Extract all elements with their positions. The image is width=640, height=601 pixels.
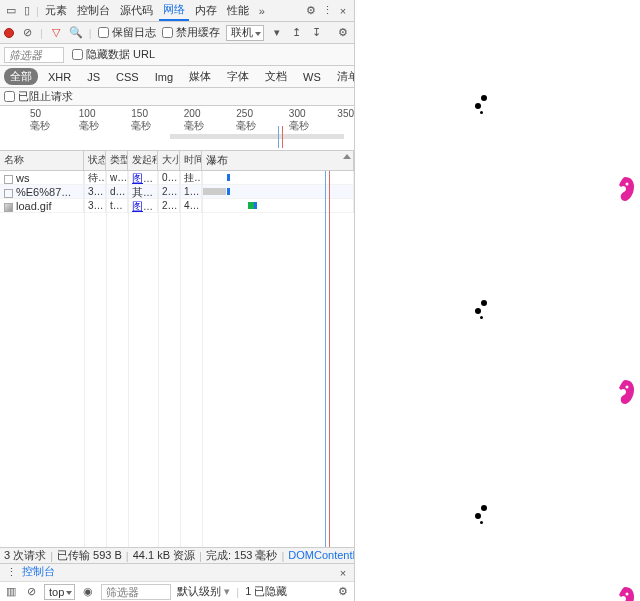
more-tabs-icon[interactable]: » <box>255 4 269 18</box>
type-all[interactable]: 全部 <box>4 68 38 85</box>
console-settings-icon[interactable]: ⚙ <box>336 585 350 599</box>
tab-elements[interactable]: 元素 <box>41 1 71 20</box>
col-initiator[interactable]: 发起程序 <box>128 151 158 170</box>
network-toolbar: ⊘ | ▽ 🔍 | 保留日志 禁用缓存 联机 ▾ ↥ ↧ ⚙ <box>0 22 354 44</box>
table-row[interactable]: %E6%87%92%E… 304 do… 其他 29… 17 … <box>0 185 354 199</box>
type-doc[interactable]: 文档 <box>259 68 293 85</box>
type-ws[interactable]: WS <box>297 70 327 84</box>
main-toolbar: ▭ ▯ | 元素 控制台 源代码 网络 内存 性能 » ⚙ ⋮ × <box>0 0 354 22</box>
close-devtools-icon[interactable]: × <box>336 4 350 18</box>
type-media[interactable]: 媒体 <box>183 68 217 85</box>
tab-network[interactable]: 网络 <box>159 0 189 21</box>
upload-icon[interactable]: ↥ <box>290 26 304 40</box>
tab-memory[interactable]: 内存 <box>191 1 221 20</box>
type-xhr[interactable]: XHR <box>42 70 77 84</box>
network-table-header: 名称 状态 类型 发起程序 大小 时间 瀑布 <box>0 151 354 171</box>
drawer-menu-icon[interactable]: ⋮ <box>4 566 18 580</box>
type-js[interactable]: JS <box>81 70 106 84</box>
type-font[interactable]: 字体 <box>221 68 255 85</box>
hidden-count: 1 已隐藏 <box>245 584 287 599</box>
console-filter-input[interactable] <box>101 584 171 600</box>
drawer-header: ⋮ 控制台 × <box>0 563 354 581</box>
menu-icon[interactable]: ⋮ <box>320 4 334 18</box>
type-manifest[interactable]: 清单 <box>331 68 354 85</box>
log-level-select[interactable]: 默认级别 ▾ <box>177 584 230 599</box>
timeline-overview[interactable]: 50 毫秒 100 毫秒 150 毫秒 200 毫秒 250 毫秒 300 毫秒… <box>0 106 354 151</box>
filter-input[interactable] <box>4 47 64 63</box>
sort-asc-icon <box>343 154 351 159</box>
throttle-caret-icon[interactable]: ▾ <box>270 26 284 40</box>
image-icon <box>4 203 13 212</box>
page-content <box>355 0 640 601</box>
console-sidebar-icon[interactable]: ▥ <box>4 585 18 599</box>
tab-console[interactable]: 控制台 <box>73 1 114 20</box>
hide-data-url-checkbox[interactable]: 隐藏数据 URL <box>72 47 155 62</box>
table-row[interactable]: ws 待… we… 图加载… 0 B 挂起 <box>0 171 354 185</box>
device-icon[interactable]: ▯ <box>20 4 34 18</box>
record-icon[interactable] <box>4 28 14 38</box>
network-rows: ws 待… we… 图加载… 0 B 挂起 %E6%87%92%E… 304 d… <box>0 171 354 547</box>
item-logo-icon <box>614 585 636 601</box>
console-toolbar: ▥ ⊘ top ◉ 默认级别 ▾ | 1 已隐藏 ⚙ <box>0 581 354 601</box>
filter-bar: 隐藏数据 URL <box>0 44 354 66</box>
file-icon <box>4 175 13 184</box>
tab-sources[interactable]: 源代码 <box>116 1 157 20</box>
blocked-requests-row: 已阻止请求 <box>0 88 354 106</box>
item-logo-icon <box>614 175 636 205</box>
throttling-select[interactable]: 联机 <box>226 25 264 41</box>
item-logo-icon <box>614 378 636 408</box>
svg-point-0 <box>626 183 629 186</box>
context-select[interactable]: top <box>44 584 75 600</box>
inspect-icon[interactable]: ▭ <box>4 4 18 18</box>
filter-icon[interactable]: ▽ <box>49 26 63 40</box>
type-img[interactable]: Img <box>149 70 179 84</box>
preserve-log-checkbox[interactable]: 保留日志 <box>98 25 156 40</box>
col-time[interactable]: 时间 <box>180 151 202 170</box>
settings-icon[interactable]: ⚙ <box>304 4 318 18</box>
col-status[interactable]: 状态 <box>84 151 106 170</box>
search-icon[interactable]: 🔍 <box>69 26 83 40</box>
drawer-tab-console[interactable]: 控制台 <box>18 562 59 583</box>
file-icon <box>4 189 13 198</box>
blocked-requests-checkbox[interactable]: 已阻止请求 <box>4 89 73 104</box>
col-name[interactable]: 名称 <box>0 151 84 170</box>
type-filter-row: 全部 XHR JS CSS Img 媒体 字体 文档 WS 清单 其他 已阻止 … <box>0 66 354 88</box>
col-waterfall[interactable]: 瀑布 <box>202 151 354 170</box>
disable-cache-checkbox[interactable]: 禁用缓存 <box>162 25 220 40</box>
table-row[interactable]: load.gif 304 tex… 图加载… 29… 4 … <box>0 199 354 213</box>
clear-icon[interactable]: ⊘ <box>20 26 34 40</box>
col-type[interactable]: 类型 <box>106 151 128 170</box>
status-bar: 3 次请求| 已传输 593 B| 44.1 kB 资源| 完成: 153 毫秒… <box>0 547 354 563</box>
live-expression-icon[interactable]: ◉ <box>81 585 95 599</box>
console-clear-icon[interactable]: ⊘ <box>24 585 38 599</box>
network-settings-icon[interactable]: ⚙ <box>336 26 350 40</box>
drawer-close-icon[interactable]: × <box>336 566 350 580</box>
type-css[interactable]: CSS <box>110 70 145 84</box>
download-icon[interactable]: ↧ <box>310 26 324 40</box>
svg-point-1 <box>626 386 629 389</box>
tab-performance[interactable]: 性能 <box>223 1 253 20</box>
col-size[interactable]: 大小 <box>158 151 180 170</box>
svg-point-2 <box>626 593 629 596</box>
